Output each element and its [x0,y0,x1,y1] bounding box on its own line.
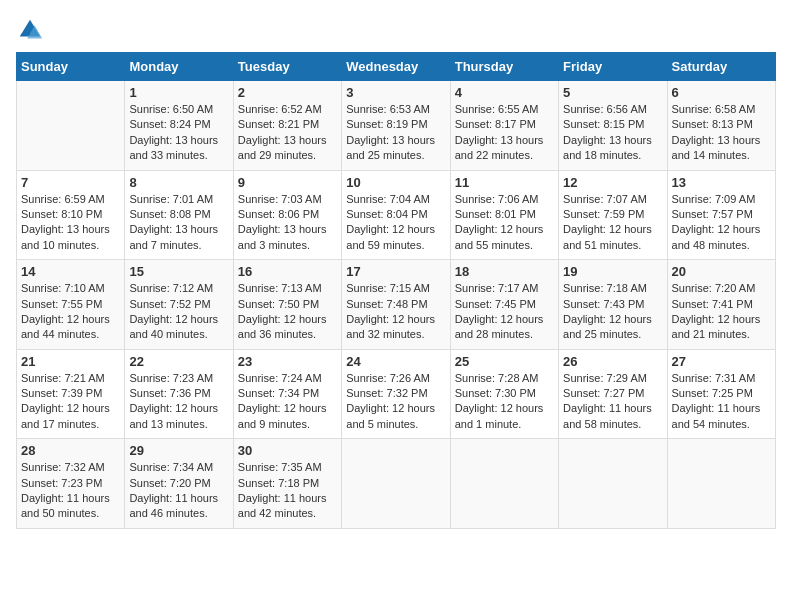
day-info: Sunrise: 7:09 AMSunset: 7:57 PMDaylight:… [672,192,771,254]
day-number: 18 [455,264,554,279]
day-number: 25 [455,354,554,369]
day-cell: 7Sunrise: 6:59 AMSunset: 8:10 PMDaylight… [17,170,125,260]
day-cell [342,439,450,529]
day-number: 23 [238,354,337,369]
logo [16,16,48,44]
day-info: Sunrise: 6:58 AMSunset: 8:13 PMDaylight:… [672,102,771,164]
day-cell: 6Sunrise: 6:58 AMSunset: 8:13 PMDaylight… [667,81,775,171]
day-number: 28 [21,443,120,458]
day-cell: 1Sunrise: 6:50 AMSunset: 8:24 PMDaylight… [125,81,233,171]
day-number: 6 [672,85,771,100]
day-info: Sunrise: 6:50 AMSunset: 8:24 PMDaylight:… [129,102,228,164]
day-cell: 27Sunrise: 7:31 AMSunset: 7:25 PMDayligh… [667,349,775,439]
day-number: 7 [21,175,120,190]
day-cell [450,439,558,529]
day-cell: 19Sunrise: 7:18 AMSunset: 7:43 PMDayligh… [559,260,667,350]
day-cell: 20Sunrise: 7:20 AMSunset: 7:41 PMDayligh… [667,260,775,350]
day-number: 20 [672,264,771,279]
day-number: 21 [21,354,120,369]
page-header [16,16,776,44]
week-row-1: 1Sunrise: 6:50 AMSunset: 8:24 PMDaylight… [17,81,776,171]
week-row-3: 14Sunrise: 7:10 AMSunset: 7:55 PMDayligh… [17,260,776,350]
day-number: 3 [346,85,445,100]
day-cell: 29Sunrise: 7:34 AMSunset: 7:20 PMDayligh… [125,439,233,529]
day-info: Sunrise: 7:29 AMSunset: 7:27 PMDaylight:… [563,371,662,433]
header-cell-sunday: Sunday [17,53,125,81]
day-cell: 18Sunrise: 7:17 AMSunset: 7:45 PMDayligh… [450,260,558,350]
day-cell: 16Sunrise: 7:13 AMSunset: 7:50 PMDayligh… [233,260,341,350]
day-cell: 15Sunrise: 7:12 AMSunset: 7:52 PMDayligh… [125,260,233,350]
day-number: 17 [346,264,445,279]
day-cell: 28Sunrise: 7:32 AMSunset: 7:23 PMDayligh… [17,439,125,529]
day-info: Sunrise: 7:24 AMSunset: 7:34 PMDaylight:… [238,371,337,433]
day-cell: 14Sunrise: 7:10 AMSunset: 7:55 PMDayligh… [17,260,125,350]
day-number: 16 [238,264,337,279]
day-number: 13 [672,175,771,190]
day-number: 4 [455,85,554,100]
day-cell: 4Sunrise: 6:55 AMSunset: 8:17 PMDaylight… [450,81,558,171]
day-cell: 10Sunrise: 7:04 AMSunset: 8:04 PMDayligh… [342,170,450,260]
day-info: Sunrise: 6:53 AMSunset: 8:19 PMDaylight:… [346,102,445,164]
day-info: Sunrise: 7:31 AMSunset: 7:25 PMDaylight:… [672,371,771,433]
day-info: Sunrise: 7:32 AMSunset: 7:23 PMDaylight:… [21,460,120,522]
day-number: 14 [21,264,120,279]
week-row-4: 21Sunrise: 7:21 AMSunset: 7:39 PMDayligh… [17,349,776,439]
day-info: Sunrise: 7:26 AMSunset: 7:32 PMDaylight:… [346,371,445,433]
day-cell [17,81,125,171]
day-info: Sunrise: 7:13 AMSunset: 7:50 PMDaylight:… [238,281,337,343]
day-number: 19 [563,264,662,279]
day-info: Sunrise: 7:23 AMSunset: 7:36 PMDaylight:… [129,371,228,433]
day-number: 12 [563,175,662,190]
day-info: Sunrise: 6:59 AMSunset: 8:10 PMDaylight:… [21,192,120,254]
day-number: 2 [238,85,337,100]
day-number: 9 [238,175,337,190]
week-row-5: 28Sunrise: 7:32 AMSunset: 7:23 PMDayligh… [17,439,776,529]
header-cell-saturday: Saturday [667,53,775,81]
day-info: Sunrise: 7:06 AMSunset: 8:01 PMDaylight:… [455,192,554,254]
day-info: Sunrise: 7:07 AMSunset: 7:59 PMDaylight:… [563,192,662,254]
day-number: 22 [129,354,228,369]
day-cell: 11Sunrise: 7:06 AMSunset: 8:01 PMDayligh… [450,170,558,260]
day-number: 29 [129,443,228,458]
calendar-table: SundayMondayTuesdayWednesdayThursdayFrid… [16,52,776,529]
day-cell: 12Sunrise: 7:07 AMSunset: 7:59 PMDayligh… [559,170,667,260]
day-cell: 13Sunrise: 7:09 AMSunset: 7:57 PMDayligh… [667,170,775,260]
day-cell: 30Sunrise: 7:35 AMSunset: 7:18 PMDayligh… [233,439,341,529]
day-number: 30 [238,443,337,458]
day-info: Sunrise: 7:01 AMSunset: 8:08 PMDaylight:… [129,192,228,254]
day-cell: 23Sunrise: 7:24 AMSunset: 7:34 PMDayligh… [233,349,341,439]
day-number: 1 [129,85,228,100]
day-cell: 25Sunrise: 7:28 AMSunset: 7:30 PMDayligh… [450,349,558,439]
day-number: 24 [346,354,445,369]
day-cell: 17Sunrise: 7:15 AMSunset: 7:48 PMDayligh… [342,260,450,350]
day-info: Sunrise: 7:21 AMSunset: 7:39 PMDaylight:… [21,371,120,433]
day-cell [667,439,775,529]
day-info: Sunrise: 6:52 AMSunset: 8:21 PMDaylight:… [238,102,337,164]
day-cell: 21Sunrise: 7:21 AMSunset: 7:39 PMDayligh… [17,349,125,439]
header-cell-thursday: Thursday [450,53,558,81]
header-row: SundayMondayTuesdayWednesdayThursdayFrid… [17,53,776,81]
day-number: 5 [563,85,662,100]
day-number: 15 [129,264,228,279]
day-info: Sunrise: 7:10 AMSunset: 7:55 PMDaylight:… [21,281,120,343]
header-cell-monday: Monday [125,53,233,81]
day-cell: 5Sunrise: 6:56 AMSunset: 8:15 PMDaylight… [559,81,667,171]
day-number: 26 [563,354,662,369]
day-info: Sunrise: 6:56 AMSunset: 8:15 PMDaylight:… [563,102,662,164]
day-cell: 24Sunrise: 7:26 AMSunset: 7:32 PMDayligh… [342,349,450,439]
day-info: Sunrise: 7:03 AMSunset: 8:06 PMDaylight:… [238,192,337,254]
day-info: Sunrise: 7:15 AMSunset: 7:48 PMDaylight:… [346,281,445,343]
day-info: Sunrise: 7:34 AMSunset: 7:20 PMDaylight:… [129,460,228,522]
day-info: Sunrise: 7:28 AMSunset: 7:30 PMDaylight:… [455,371,554,433]
header-cell-wednesday: Wednesday [342,53,450,81]
header-cell-tuesday: Tuesday [233,53,341,81]
day-cell: 9Sunrise: 7:03 AMSunset: 8:06 PMDaylight… [233,170,341,260]
day-cell: 26Sunrise: 7:29 AMSunset: 7:27 PMDayligh… [559,349,667,439]
day-info: Sunrise: 7:04 AMSunset: 8:04 PMDaylight:… [346,192,445,254]
day-info: Sunrise: 7:12 AMSunset: 7:52 PMDaylight:… [129,281,228,343]
header-cell-friday: Friday [559,53,667,81]
day-info: Sunrise: 6:55 AMSunset: 8:17 PMDaylight:… [455,102,554,164]
day-number: 11 [455,175,554,190]
day-cell: 8Sunrise: 7:01 AMSunset: 8:08 PMDaylight… [125,170,233,260]
day-info: Sunrise: 7:17 AMSunset: 7:45 PMDaylight:… [455,281,554,343]
